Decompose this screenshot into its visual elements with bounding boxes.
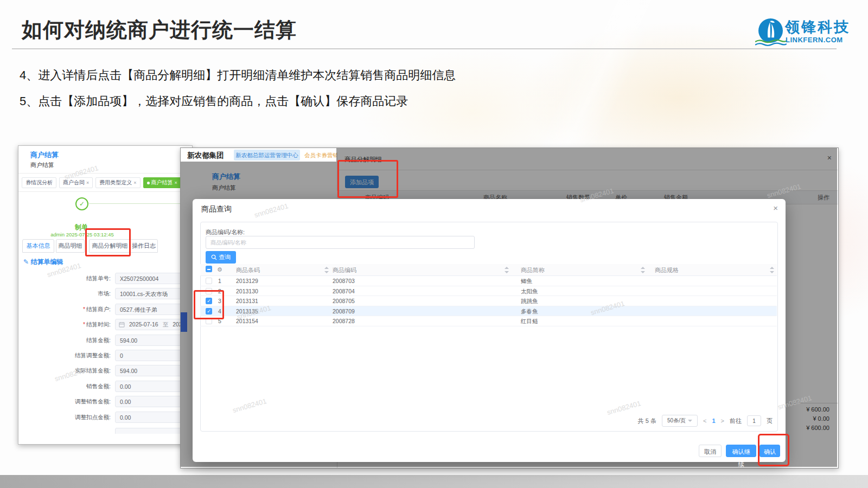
cell-barcode: 2013131	[236, 298, 258, 304]
logo-domain: LINKFERN.COM	[786, 36, 843, 44]
row-checkbox[interactable]	[206, 318, 212, 324]
chip-label: 券情况分析	[25, 178, 53, 188]
sort-icon[interactable]	[641, 267, 645, 273]
row-checkbox[interactable]: ✓	[206, 308, 212, 314]
active-dot-icon	[147, 182, 150, 184]
form-label-2: *结算商户:	[18, 304, 111, 315]
left-breadcrumb: 商户结算	[30, 161, 54, 169]
form-label-7: 销售金额:	[18, 381, 111, 392]
row-index: 3	[218, 298, 221, 304]
form-label-8: 调整销售金额:	[18, 396, 111, 407]
form-label-4: 结算金额:	[18, 335, 111, 346]
edit-icon: ✎	[23, 258, 30, 266]
dialog-title: 商品查询	[201, 204, 232, 214]
column-header-barcode[interactable]: 商品条码	[236, 266, 260, 274]
search-input[interactable]	[206, 236, 475, 249]
cell-barcode: 2013135	[236, 308, 258, 314]
title-divider	[12, 48, 837, 49]
table-row-0[interactable]: 120131292008703鲫鱼	[200, 276, 777, 286]
slide-canvas: 如何对纳统商户进行统一结算 领锋科技 LINKFERN.COM 4、进入详情后点…	[0, 0, 868, 488]
cell-barcode: 2013129	[236, 278, 258, 284]
column-header-code[interactable]: 商品编码	[333, 266, 356, 274]
current-page[interactable]: 1	[712, 418, 715, 424]
search-button[interactable]: 查询	[206, 251, 236, 264]
cell-name: 太阳鱼	[521, 288, 538, 296]
column-settings-gear-icon[interactable]: ⚙	[217, 266, 222, 273]
table-row-3[interactable]: ✓420131352008709多春鱼	[200, 306, 777, 317]
chip-label: 商户合同	[63, 178, 85, 188]
date-start: 2025-07-16	[129, 319, 158, 330]
cell-code: 2008709	[333, 308, 355, 314]
select-all-checkbox[interactable]	[206, 266, 212, 272]
logo-waves-icon	[755, 39, 787, 47]
table-row-4[interactable]: 520131542008728红目鲢	[200, 316, 777, 326]
section-title: ✎ 结算单编辑	[23, 258, 63, 267]
step-label: 制单	[65, 223, 98, 232]
scrollbar-thumb[interactable]	[181, 312, 187, 332]
step-meta: admin 2025-07-25 03:12:45	[27, 232, 138, 237]
table-row-1[interactable]: 220131302008704太阳鱼	[200, 286, 777, 297]
goto-unit: 页	[767, 417, 773, 425]
logo-company-name: 领锋科技	[785, 17, 850, 37]
bottom-gray-band	[0, 475, 868, 488]
left-page-title: 商户结算	[30, 150, 59, 160]
form-label-1: 市场:	[18, 288, 111, 299]
required-asterisk: *	[83, 321, 85, 328]
row-checkbox[interactable]	[206, 278, 212, 284]
table-row-2[interactable]: ✓320131312008705跳跳鱼	[200, 296, 777, 306]
row-checkbox[interactable]	[206, 288, 212, 294]
sort-icon[interactable]	[324, 267, 329, 273]
form-label-6: 实际结算金额:	[18, 365, 111, 376]
cell-code: 2008704	[333, 288, 355, 294]
chip-close-icon[interactable]: ×	[86, 178, 89, 188]
date-separator: 至	[163, 319, 169, 330]
nav-tab-hq-center[interactable]: 新农都总部运营管理中心	[234, 150, 300, 160]
confirm-button[interactable]: 确认	[760, 445, 780, 457]
step-progress-line	[89, 203, 193, 204]
page-chip-1[interactable]: 商户合同×	[59, 177, 93, 188]
page-chip-0[interactable]: 券情况分析	[22, 177, 56, 188]
search-label: 商品编码/名称:	[206, 228, 245, 236]
row-index: 1	[218, 278, 221, 284]
goto-label: 前往	[730, 417, 742, 425]
sort-icon[interactable]	[505, 267, 509, 273]
cell-name: 红目鲢	[521, 318, 538, 325]
required-asterisk: *	[83, 306, 85, 312]
dialog-close-icon[interactable]: ×	[773, 203, 778, 213]
company-logo: 领锋科技 LINKFERN.COM	[739, 16, 856, 50]
chip-close-icon[interactable]: ×	[175, 178, 177, 188]
chip-close-icon[interactable]: ×	[133, 178, 136, 188]
chip-label: 费用类型定义	[99, 178, 132, 188]
page-chip-3[interactable]: 商户结算×	[143, 177, 181, 188]
prev-page-button[interactable]: <	[703, 418, 706, 424]
left-tab-0[interactable]: 基本信息	[22, 239, 54, 253]
dialog-content-panel	[200, 222, 778, 432]
cell-code: 2008705	[333, 298, 355, 304]
left-tab-1[interactable]: 商品明细	[56, 239, 85, 253]
modal-overlay-mask-top	[336, 148, 837, 162]
app-title: 新农都集团	[187, 151, 224, 160]
chevron-down-icon	[688, 420, 692, 422]
next-page-button[interactable]: >	[721, 418, 724, 424]
cell-code: 2008728	[333, 318, 355, 324]
product-query-dialog: 商品查询 × 商品编码/名称: 查询 ⚙ 商品条码 商品编码 商品简称 商品规格…	[193, 199, 786, 462]
column-header-spec[interactable]: 商品规格	[655, 266, 679, 274]
form-label-0: 结算单号:	[18, 273, 111, 284]
form-label-5: 结算调整金额:	[18, 350, 111, 361]
left-tab-2[interactable]: 商品分解明细	[89, 239, 131, 253]
page-chip-2[interactable]: 费用类型定义×	[95, 177, 140, 188]
row-index: 5	[218, 318, 221, 324]
goto-page-input[interactable]	[747, 415, 761, 426]
settlement-detail-window: 商户结算 商户结算 券情况分析商户合同×费用类型定义×商户结算×商户资料管理× …	[18, 145, 193, 445]
column-header-name[interactable]: 商品简称	[521, 266, 545, 274]
row-checkbox[interactable]: ✓	[206, 298, 212, 304]
cancel-button[interactable]: 取消	[699, 445, 722, 457]
cell-name: 多春鱼	[521, 308, 538, 316]
page-size-select[interactable]: 50条/页	[662, 415, 698, 427]
sort-icon[interactable]	[770, 267, 774, 273]
left-tab-3[interactable]: 操作日志	[130, 239, 158, 253]
nav-tab-member-card[interactable]: 会员卡券营销	[304, 150, 337, 160]
confirm-continue-button[interactable]: 确认继续	[726, 445, 756, 457]
pagination: 共 5 条 50条/页 < 1 > 前往 页	[638, 415, 773, 427]
chip-label: 商户结算	[151, 178, 173, 188]
